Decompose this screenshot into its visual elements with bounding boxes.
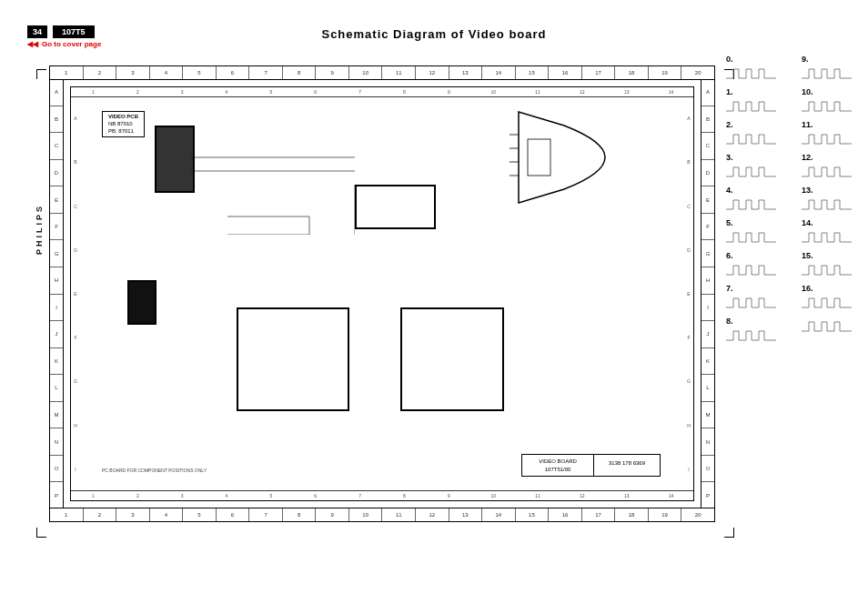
waveform: 0. (726, 55, 776, 82)
crop-mark (36, 528, 46, 538)
ruler-cell: I (701, 295, 714, 322)
ruler-cell: 19 (649, 66, 682, 79)
ruler-cell: 15 (516, 508, 550, 521)
ruler-cell: A (684, 96, 693, 140)
waveform: 1. (726, 87, 776, 115)
waveform: 15. (802, 251, 852, 278)
inner-ruler-top: 1234567891011121314 (71, 87, 693, 97)
ruler-cell: 7 (338, 491, 382, 500)
waveform-number: 16. (802, 284, 852, 293)
ruler-cell: C (71, 184, 80, 227)
waveform-signal (726, 65, 776, 82)
wiring (82, 98, 355, 235)
ruler-cell: 1 (71, 87, 116, 96)
ruler-cell: B (71, 140, 80, 184)
ruler-cell: F (684, 316, 693, 359)
ruler-cell: 16 (549, 66, 582, 79)
ruler-cell: 10 (471, 491, 516, 500)
waveform: 4. (726, 186, 776, 213)
waveform: 2. (726, 120, 776, 147)
svg-rect-0 (528, 139, 550, 176)
ruler-cell: F (71, 316, 80, 359)
ruler-cell: 16 (549, 508, 582, 521)
ruler-left: ABCDEFGHIJKLMNOP (50, 79, 64, 508)
ruler-cell: N (50, 428, 63, 456)
title-block: VIDEO BOARD 107T51/00 3138 178 6369 (521, 454, 661, 477)
ruler-cell: 2 (116, 491, 160, 500)
ruler-cell: 3 (116, 508, 150, 521)
waveform-signal (726, 229, 776, 246)
waveform: 16. (802, 284, 852, 311)
ruler-cell: J (50, 321, 63, 348)
ruler-cell: 9 (427, 87, 471, 96)
waveform-number: 2. (726, 120, 776, 129)
ruler-cell: O (50, 456, 63, 483)
ruler-cell: 3 (116, 66, 150, 79)
cover-link-text: Go to cover page (42, 40, 101, 48)
ruler-cell: H (50, 267, 63, 295)
ruler-cell: M (50, 402, 63, 429)
crop-mark (36, 69, 46, 79)
ruler-cell: 13 (604, 87, 649, 96)
ic-large-left (237, 307, 349, 411)
ruler-cell: 8 (382, 87, 427, 96)
ruler-cell: L (50, 375, 63, 402)
waveform: 5. (726, 218, 776, 246)
ruler-cell: G (701, 240, 714, 267)
ruler-cell: E (50, 186, 63, 214)
ruler-cell: P (701, 482, 714, 508)
ruler-cell: E (701, 186, 714, 214)
ruler-cell: F (50, 214, 63, 241)
cover-page-link[interactable]: ◀◀ Go to cover page (27, 40, 101, 48)
waveform (802, 317, 852, 344)
ruler-cell: 2 (84, 508, 117, 521)
ruler-cell: 12 (560, 491, 604, 500)
ruler-cell: 12 (416, 66, 449, 79)
ruler-cell: C (684, 184, 693, 227)
ruler-cell: B (701, 106, 714, 134)
ruler-cell: G (684, 359, 693, 403)
waveform-number: 3. (726, 153, 776, 162)
waveform: 10. (802, 87, 852, 115)
ruler-cell: 11 (516, 87, 560, 96)
waveform-signal (802, 229, 852, 246)
ruler-cell: 12 (560, 87, 604, 96)
drawing-frame-outer: 1234567891011121314151617181920 12345678… (49, 65, 715, 522)
ruler-cell: 11 (382, 66, 416, 79)
waveform: 14. (802, 218, 852, 246)
waveform-signal (802, 295, 852, 311)
waveform-signal (726, 131, 776, 147)
ruler-cell: 14 (649, 87, 693, 96)
ruler-cell: 14 (482, 66, 516, 79)
ic-large-right (400, 307, 504, 411)
ic-mid (355, 185, 436, 229)
waveform: 3. (726, 153, 776, 180)
waveform-signal (726, 295, 776, 311)
ruler-cell: 2 (116, 87, 160, 96)
ruler-cell: G (71, 359, 80, 403)
waveform: 8. (726, 317, 776, 344)
ruler-cell: N (701, 428, 714, 456)
ruler-cell: 9 (316, 66, 349, 79)
ruler-cell: 1 (71, 491, 116, 500)
inner-ruler-left: ABCDEFGHI (71, 96, 80, 491)
ruler-cell: O (701, 456, 714, 483)
ruler-cell: 13 (449, 508, 483, 521)
ruler-cell: 3 (160, 491, 205, 500)
ruler-cell: C (50, 133, 63, 160)
ruler-cell: 14 (482, 508, 516, 521)
ruler-cell: 1 (50, 508, 84, 521)
waveform-panel: 0.9.1.10.2.11.3.12.4.13.5.14.6.15.7.16.8… (726, 55, 868, 344)
ruler-cell: L (701, 375, 714, 402)
brand-text: PHILIPS (35, 204, 44, 255)
waveform-signal (802, 318, 852, 335)
ruler-cell: 12 (416, 508, 449, 521)
ruler-cell: 4 (205, 491, 249, 500)
waveform: 12. (802, 153, 852, 180)
waveform-signal (802, 196, 852, 213)
inner-ruler-right: ABCDEFGHI (684, 96, 693, 491)
ruler-cell: 4 (150, 66, 184, 79)
ruler-cell: D (50, 160, 63, 187)
waveform-number: 0. (726, 55, 776, 64)
waveform-signal (726, 164, 776, 180)
